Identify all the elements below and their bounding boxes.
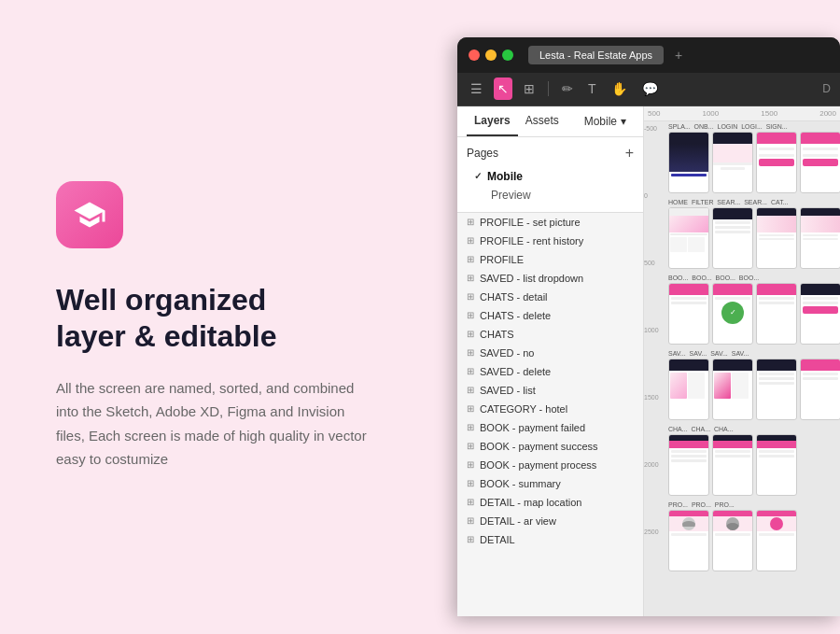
- screen-thumb: [800, 207, 840, 269]
- hand-icon[interactable]: ✋: [608, 77, 631, 100]
- row-label: 1000: [644, 325, 665, 392]
- ruler-top: 500 1000 1500 2000: [644, 106, 840, 121]
- screen-thumb: [756, 207, 797, 269]
- screen-thumb: [668, 283, 709, 345]
- list-item[interactable]: ⊞ DETAIL - map location: [457, 493, 643, 512]
- frame-icon: ⊞: [467, 254, 474, 264]
- minimize-dot[interactable]: [485, 49, 497, 61]
- frame-icon: ⊞: [467, 478, 474, 488]
- toolbar-do-label: D: [822, 82, 831, 95]
- page-preview[interactable]: Preview: [467, 186, 634, 204]
- new-tab-button[interactable]: +: [675, 48, 682, 63]
- ruler-numbers: 500 1000 1500 2000: [648, 109, 836, 118]
- frame-icon: ⊞: [467, 273, 474, 283]
- ruler-mark: 1000: [702, 109, 719, 118]
- panel-tabs: Layers Assets Mobile ▾: [457, 106, 643, 137]
- list-item[interactable]: ⊞ BOOK - payment success: [457, 437, 643, 456]
- screen-thumb: [712, 434, 753, 496]
- screen-thumb: [668, 510, 709, 571]
- mobile-label: Mobile ▾: [577, 106, 634, 136]
- list-item[interactable]: ⊞ CHATS - detail: [457, 288, 643, 306]
- group-label: HOME FILTER SEAR... SEAR... CAT...: [668, 199, 836, 205]
- list-item[interactable]: ⊞ DETAIL: [457, 530, 643, 549]
- active-tab[interactable]: Lesta - Real Estate Apps: [528, 46, 664, 64]
- list-item[interactable]: ⊞ PROFILE: [457, 250, 643, 269]
- screen-thumb: [756, 359, 797, 420]
- frame-icon[interactable]: ⊞: [520, 77, 539, 100]
- row-label: -500: [644, 123, 665, 190]
- list-item[interactable]: ⊞ BOOK - summary: [457, 474, 643, 493]
- cursor-icon[interactable]: ↖: [494, 77, 512, 100]
- frame-icon: ⊞: [467, 235, 474, 246]
- thumbs-row: [668, 510, 836, 571]
- frame-icon: ⊞: [467, 385, 474, 395]
- screen-thumb: [756, 510, 797, 571]
- screen-thumb: [712, 359, 753, 420]
- list-item[interactable]: ⊞ DETAIL - ar view: [457, 512, 643, 530]
- pen-icon[interactable]: ✏: [558, 77, 577, 100]
- toolbar: ☰ ↖ ⊞ ✏ T ✋ 💬 D: [457, 73, 840, 106]
- close-dot[interactable]: [469, 49, 480, 61]
- check-icon: ✓: [474, 171, 482, 181]
- thumbs-row: [668, 207, 836, 269]
- ruler-mark: 500: [648, 109, 660, 118]
- list-item[interactable]: ⊞ CHATS: [457, 325, 643, 344]
- frame-icon: ⊞: [467, 459, 474, 470]
- list-item[interactable]: ⊞ SAVED - delete: [457, 362, 643, 381]
- chevron-down-icon: ▾: [621, 115, 626, 128]
- thumbs-row: ✓: [668, 283, 836, 345]
- list-item[interactable]: ⊞ PROFILE - set picture: [457, 213, 643, 232]
- pages-header: Pages +: [467, 145, 634, 162]
- screen-group-row6: PRO... PRO... PRO...: [668, 501, 836, 571]
- app-icon: [56, 181, 123, 248]
- layer-list: ⊞ PROFILE - set picture ⊞ PROFILE - rent…: [457, 213, 643, 549]
- list-item[interactable]: ⊞ BOOK - payment failed: [457, 418, 643, 437]
- group-label: CHA... CHA... CHA...: [668, 426, 836, 432]
- thumbs-row: [668, 132, 836, 193]
- row-label: 500: [644, 258, 665, 325]
- ruler-mark: 1500: [761, 109, 777, 118]
- screen-thumb: ✓: [712, 283, 753, 345]
- pages-title: Pages: [467, 147, 498, 160]
- tab-layers[interactable]: Layers: [467, 106, 518, 136]
- add-page-button[interactable]: +: [625, 145, 634, 162]
- comment-icon[interactable]: 💬: [638, 77, 662, 100]
- frame-icon: ⊞: [467, 534, 474, 544]
- main-area: Layers Assets Mobile ▾ Pages + ✓ Mo: [457, 106, 840, 616]
- screen-group-row1: SPLA... ONB... LOGIN LOGI... SIGN...: [668, 123, 836, 193]
- frame-icon: ⊞: [467, 422, 474, 432]
- screen-thumb: [668, 132, 709, 193]
- group-label: SAV... SAV... SAV... SAV...: [668, 350, 836, 357]
- figma-window: Lesta - Real Estate Apps + ☰ ↖ ⊞ ✏ T ✋ 💬…: [457, 37, 840, 616]
- list-item[interactable]: ⊞ SAVED - no: [457, 344, 643, 362]
- frame-icon: ⊞: [467, 329, 474, 339]
- list-item[interactable]: ⊞ PROFILE - rent history: [457, 232, 643, 250]
- list-item[interactable]: ⊞ SAVED - list: [457, 381, 643, 400]
- text-icon[interactable]: T: [584, 77, 600, 100]
- list-item[interactable]: ⊞ CHATS - delete: [457, 306, 643, 325]
- screen-thumb: [712, 132, 753, 193]
- list-item[interactable]: ⊞ SAVED - list dropdown: [457, 269, 643, 288]
- row-label: 1500: [644, 392, 665, 459]
- row-label: 2000: [644, 459, 665, 527]
- frame-icon: ⊞: [467, 497, 474, 507]
- screen-group-row3: BOO... BOO... BOO... BOO...: [668, 275, 836, 345]
- description: All the screen are named, sorted, and co…: [56, 376, 373, 472]
- group-label: SPLA... ONB... LOGIN LOGI... SIGN...: [668, 123, 836, 130]
- traffic-lights: [469, 49, 513, 61]
- screen-thumb: [756, 283, 797, 345]
- frame-icon: ⊞: [467, 291, 474, 302]
- screen-group-row4: SAV... SAV... SAV... SAV...: [668, 350, 836, 420]
- page-mobile[interactable]: ✓ Mobile: [467, 167, 634, 186]
- maximize-dot[interactable]: [502, 49, 513, 61]
- frame-icon: ⊞: [467, 403, 474, 414]
- tab-assets[interactable]: Assets: [518, 106, 567, 136]
- screen-thumb: [756, 434, 797, 496]
- frame-icon: ⊞: [467, 441, 474, 451]
- frame-icon: ⊞: [467, 366, 474, 376]
- list-item[interactable]: ⊞ CATEGORY - hotel: [457, 400, 643, 418]
- screen-group-row5: CHA... CHA... CHA...: [668, 426, 836, 496]
- menu-icon[interactable]: ☰: [467, 77, 486, 100]
- screen-thumb: [800, 283, 840, 345]
- list-item[interactable]: ⊞ BOOK - payment process: [457, 456, 643, 474]
